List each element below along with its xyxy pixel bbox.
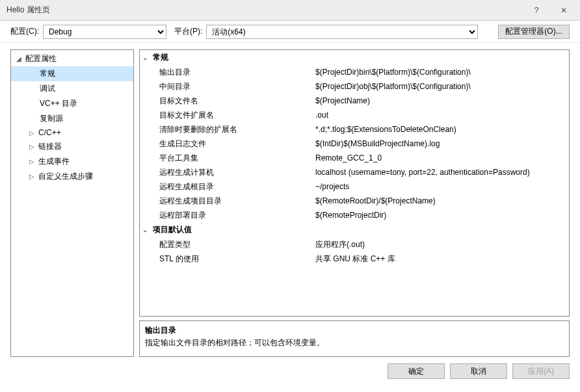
- close-icon: ✕: [560, 6, 567, 15]
- body: ◢ 配置属性 常规 调试 VC++ 目录 复制源 ▷C/C++ ▷链接器 ▷生成…: [0, 43, 580, 357]
- prop-remote-root[interactable]: 远程生成根目录~/projects: [140, 179, 569, 194]
- prop-remote-deploy[interactable]: 远程部署目录$(RemoteProjectDir): [140, 208, 569, 222]
- group-defaults[interactable]: ⌄ 项目默认值: [140, 222, 569, 237]
- collapse-icon: ⌄: [142, 54, 149, 61]
- description-panel: 输出目录 指定输出文件目录的相对路径；可以包含环境变量。: [139, 320, 570, 357]
- cancel-button[interactable]: 取消: [450, 363, 507, 379]
- expander-right-icon: ▷: [29, 143, 36, 150]
- tree-item-copysrc[interactable]: 复制源: [11, 111, 133, 126]
- prop-output-dir[interactable]: 输出目录$(ProjectDir)bin\$(Platform)\$(Confi…: [140, 65, 569, 79]
- main-panel: ⌄ 常规 输出目录$(ProjectDir)bin\$(Platform)\$(…: [139, 49, 570, 357]
- tree-item-cpp[interactable]: ▷C/C++: [11, 126, 133, 139]
- window-title: Hello 属性页: [7, 5, 523, 16]
- property-grid: ⌄ 常规 输出目录$(ProjectDir)bin\$(Platform)\$(…: [139, 49, 570, 317]
- platform-select[interactable]: 活动(x64): [206, 25, 478, 39]
- config-select[interactable]: Debug: [43, 25, 166, 39]
- tree-item-custombuild[interactable]: ▷自定义生成步骤: [11, 169, 133, 184]
- help-button[interactable]: ?: [523, 1, 550, 20]
- expander-right-icon: ▷: [29, 158, 36, 165]
- config-manager-button[interactable]: 配置管理器(O)...: [498, 25, 570, 39]
- help-icon: ?: [534, 6, 539, 15]
- prop-clean-ext[interactable]: 清除时要删除的扩展名*.d;*.tlog;$(ExtensionsToDelet…: [140, 122, 569, 137]
- description-title: 输出目录: [145, 325, 564, 336]
- prop-target-ext[interactable]: 目标文件扩展名.out: [140, 108, 569, 122]
- config-bar: 配置(C): Debug 平台(P): 活动(x64) 配置管理器(O)...: [0, 21, 580, 43]
- expander-right-icon: ▷: [29, 173, 36, 180]
- tree-item-linker[interactable]: ▷链接器: [11, 139, 133, 154]
- tree-item-debug[interactable]: 调试: [11, 81, 133, 96]
- tree-root-config-properties[interactable]: ◢ 配置属性: [11, 51, 133, 66]
- ok-button[interactable]: 确定: [388, 363, 445, 379]
- expander-right-icon: ▷: [29, 129, 36, 137]
- collapse-icon: ⌄: [142, 226, 149, 233]
- prop-remote-machine[interactable]: 远程生成计算机localhost (username=tony, port=22…: [140, 165, 569, 179]
- close-button[interactable]: ✕: [550, 1, 577, 20]
- platform-label: 平台(P):: [174, 26, 202, 37]
- expander-down-icon: ◢: [16, 55, 23, 62]
- prop-intermediate-dir[interactable]: 中间目录$(ProjectDir)obj\$(Platform)\$(Confi…: [140, 79, 569, 94]
- sidebar: ◢ 配置属性 常规 调试 VC++ 目录 复制源 ▷C/C++ ▷链接器 ▷生成…: [10, 49, 134, 357]
- tree: ◢ 配置属性 常规 调试 VC++ 目录 复制源 ▷C/C++ ▷链接器 ▷生成…: [11, 50, 133, 185]
- apply-button[interactable]: 应用(A): [512, 363, 570, 379]
- footer: 确定 取消 应用(A): [0, 357, 580, 385]
- prop-toolset[interactable]: 平台工具集Remote_GCC_1_0: [140, 151, 569, 165]
- description-text: 指定输出文件目录的相对路径；可以包含环境变量。: [145, 337, 564, 348]
- prop-remote-proj[interactable]: 远程生成项目目录$(RemoteRootDir)/$(ProjectName): [140, 194, 569, 208]
- tree-item-vcdirs[interactable]: VC++ 目录: [11, 96, 133, 111]
- prop-stl-use[interactable]: STL 的使用共享 GNU 标准 C++ 库: [140, 252, 569, 266]
- tree-item-general[interactable]: 常规: [11, 66, 133, 81]
- tree-item-buildevents[interactable]: ▷生成事件: [11, 154, 133, 169]
- prop-build-log[interactable]: 生成日志文件$(IntDir)$(MSBuildProjectName).log: [140, 137, 569, 151]
- prop-target-name[interactable]: 目标文件名$(ProjectName): [140, 94, 569, 108]
- config-label: 配置(C):: [10, 26, 39, 37]
- title-bar: Hello 属性页 ? ✕: [0, 0, 580, 21]
- prop-config-type[interactable]: 配置类型应用程序(.out): [140, 237, 569, 252]
- group-general[interactable]: ⌄ 常规: [140, 50, 569, 65]
